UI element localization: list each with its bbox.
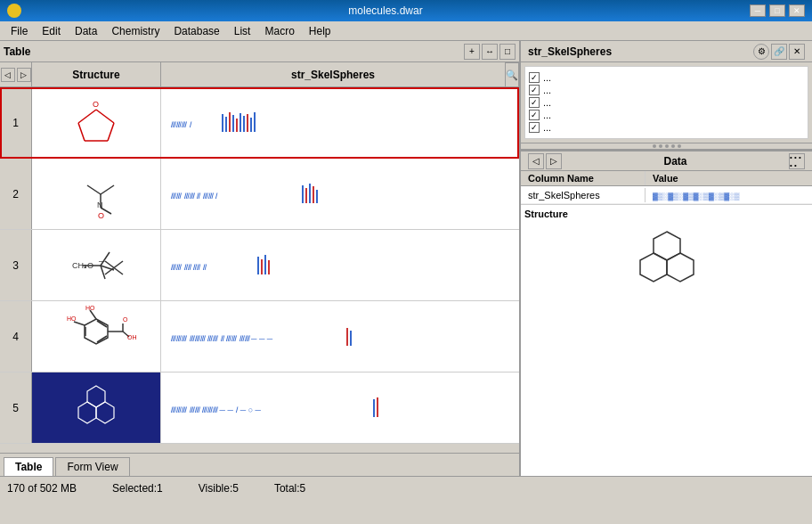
title-bar: molecules.dwar ─ □ ✕ — [0, 0, 812, 21]
row-structure-cell: HO HO O OH — [32, 301, 161, 372]
svg-rect-62 — [373, 399, 375, 417]
row-structure-cell: CH₃O ─ — [32, 230, 161, 300]
svg-rect-63 — [377, 397, 378, 417]
menu-bar: File Edit Data Chemistry Database List M… — [0, 21, 812, 41]
table-row[interactable]: 2 N O — [0, 159, 519, 230]
data-nav: ◁ ▷ — [528, 153, 562, 169]
svg-rect-15 — [250, 118, 252, 132]
svg-rect-12 — [240, 113, 241, 132]
total-status: Total:5 — [274, 482, 305, 495]
svg-rect-38 — [257, 257, 259, 274]
data-dots: • • • • • — [789, 153, 805, 169]
filter-checkbox[interactable]: ✓ — [529, 110, 540, 120]
filter-item[interactable]: ✓ ... — [529, 72, 804, 83]
right-close-button[interactable]: ✕ — [789, 44, 805, 60]
filter-label: ... — [543, 85, 551, 95]
filter-list: ✓ ... ✓ ... ✓ ... ✓ ... ✓ ... — [524, 66, 808, 139]
svg-rect-41 — [268, 260, 270, 274]
filter-item[interactable]: ✓ ... — [529, 110, 804, 120]
next-button[interactable]: ▷ — [17, 68, 31, 82]
tab-table[interactable]: Table — [4, 457, 53, 476]
row-data-cell: ⅢⅢ ⅢⅢ Ⅱ ⅢⅢ Ⅰ — [161, 159, 519, 229]
row-number: 1 — [0, 87, 32, 158]
close-button[interactable]: ✕ — [789, 4, 805, 17]
svg-rect-26 — [309, 184, 311, 203]
table-row[interactable]: 3 CH₃O ─ — [0, 230, 519, 301]
filter-item[interactable]: ✓ ... — [529, 97, 804, 108]
menu-file[interactable]: File — [4, 23, 35, 39]
svg-text:ⅢⅢ ⅡⅡ ⅡⅡ Ⅱ: ⅢⅢ ⅡⅡ ⅡⅡ Ⅱ — [170, 263, 207, 272]
fingerprint-row3: ⅢⅢ ⅡⅡ ⅡⅡ Ⅱ — [168, 252, 453, 279]
molecule-structure: N O — [56, 163, 136, 225]
svg-text:ⅢⅢⅢ ⅢⅢⅢ ⅢⅢ Ⅱ ⅢⅢ ⅢⅢ ─ ─ ─: ⅢⅢⅢ ⅢⅢⅢ ⅢⅢ Ⅱ ⅢⅢ ⅢⅢ ─ ─ ─ — [170, 334, 273, 343]
menu-chemistry[interactable]: Chemistry — [104, 23, 166, 39]
resize-dot — [665, 144, 669, 148]
main-layout: Table + ↔ □ ◁ ▷ Structure str_SkelSphere… — [0, 41, 812, 476]
table-row[interactable]: 5 ⅢⅢⅢ ⅢⅢ ⅢⅢⅢ ─ ─ Ⅰ — [0, 373, 519, 444]
resize-dot — [678, 144, 681, 148]
data-cell-value: ▓▒░▓▒░▓▒▓░▒▓░▒▓░▒ — [646, 185, 812, 205]
data-prev-button[interactable]: ◁ — [528, 153, 544, 169]
svg-rect-57 — [350, 331, 352, 346]
svg-line-3 — [78, 123, 85, 141]
svg-marker-66 — [667, 253, 694, 282]
minimize-button[interactable]: ─ — [750, 4, 766, 17]
row-data-cell: ⅢⅢⅢ Ⅰ — [161, 87, 519, 158]
menu-help[interactable]: Help — [302, 23, 338, 39]
row-structure-cell: N O — [32, 159, 161, 229]
data-table-header: Column Name Value — [521, 171, 812, 186]
filter-item[interactable]: ✓ ... — [529, 85, 804, 95]
column-value-header: Value — [646, 171, 812, 185]
svg-text:ⅢⅢⅢ ⅢⅢ ⅢⅢⅢ ─ ─ Ⅰ ─ ○ ─: ⅢⅢⅢ ⅢⅢ ⅢⅢⅢ ─ ─ Ⅰ ─ ○ ─ — [170, 405, 262, 414]
svg-rect-7 — [222, 114, 223, 132]
svg-rect-11 — [236, 119, 238, 132]
expand-button[interactable]: □ — [499, 44, 516, 60]
row-structure-cell — [32, 373, 161, 443]
right-bottom: ◁ ▷ Data • • • • • Column Name Value str… — [521, 150, 812, 476]
svg-text:ⅢⅢⅢ Ⅰ: ⅢⅢⅢ Ⅰ — [170, 120, 192, 129]
filter-checkbox[interactable]: ✓ — [529, 122, 540, 133]
memory-status: 170 of 502 MB — [7, 482, 77, 495]
add-column-button[interactable]: + — [464, 44, 480, 60]
fingerprint-row2: ⅢⅢ ⅢⅢ Ⅱ ⅢⅢ Ⅰ — [168, 181, 453, 208]
filter-checkbox[interactable]: ✓ — [529, 97, 540, 108]
row-number: 4 — [0, 301, 32, 372]
value-fingerprint: ▓▒░▓▒░▓▒▓░▒▓░▒▓░▒ — [653, 187, 795, 201]
menu-data[interactable]: Data — [68, 23, 104, 39]
fingerprint-row5: ⅢⅢⅢ ⅢⅢ ⅢⅢⅢ ─ ─ Ⅰ ─ ○ ─ — [168, 395, 453, 422]
data-section-title: Data — [663, 155, 686, 168]
menu-macro[interactable]: Macro — [257, 23, 301, 39]
panel-resize-handle[interactable] — [521, 143, 812, 150]
zoom-button[interactable]: 🔍 — [505, 62, 519, 87]
table-header-icons: + ↔ □ — [464, 44, 516, 60]
filter-label: ... — [543, 72, 551, 83]
right-settings-button[interactable]: ⚙ — [753, 44, 769, 60]
svg-text:N: N — [97, 201, 103, 209]
menu-edit[interactable]: Edit — [35, 23, 68, 39]
svg-rect-8 — [225, 117, 227, 132]
filter-label: ... — [543, 97, 551, 108]
data-panel-header: ◁ ▷ Data • • • • • — [521, 151, 812, 171]
prev-button[interactable]: ◁ — [1, 68, 15, 82]
svg-text:ⅢⅢ ⅢⅢ Ⅱ ⅢⅢ Ⅰ: ⅢⅢ ⅢⅢ Ⅱ ⅢⅢ Ⅰ — [170, 192, 218, 201]
right-link-button[interactable]: 🔗 — [771, 44, 787, 60]
filter-checkbox[interactable]: ✓ — [529, 85, 540, 95]
status-bar: 170 of 502 MB Selected:1 Visible:5 Total… — [0, 476, 812, 499]
svg-text:O: O — [98, 211, 104, 220]
app-icon — [7, 4, 21, 18]
tab-form-view[interactable]: Form View — [55, 457, 129, 476]
menu-list[interactable]: List — [227, 23, 258, 39]
svg-line-46 — [90, 310, 96, 319]
menu-database[interactable]: Database — [166, 23, 226, 39]
bottom-tabs: Table Form View — [0, 453, 519, 476]
table-row[interactable]: 1 O — [0, 87, 519, 159]
data-next-button[interactable]: ▷ — [546, 153, 562, 169]
swap-button[interactable]: ↔ — [482, 44, 498, 60]
maximize-button[interactable]: □ — [769, 4, 785, 17]
filter-checkbox[interactable]: ✓ — [529, 72, 540, 83]
table-row[interactable]: 4 — [0, 301, 519, 373]
data-row[interactable]: str_SkelSpheres ▓▒░▓▒░▓▒▓░▒▓░▒▓░▒ — [521, 186, 812, 204]
row-data-cell: ⅢⅢⅢ ⅢⅢ ⅢⅢⅢ ─ ─ Ⅰ ─ ○ ─ — [161, 373, 519, 443]
resize-dot — [671, 144, 675, 148]
filter-item[interactable]: ✓ ... — [529, 122, 804, 133]
